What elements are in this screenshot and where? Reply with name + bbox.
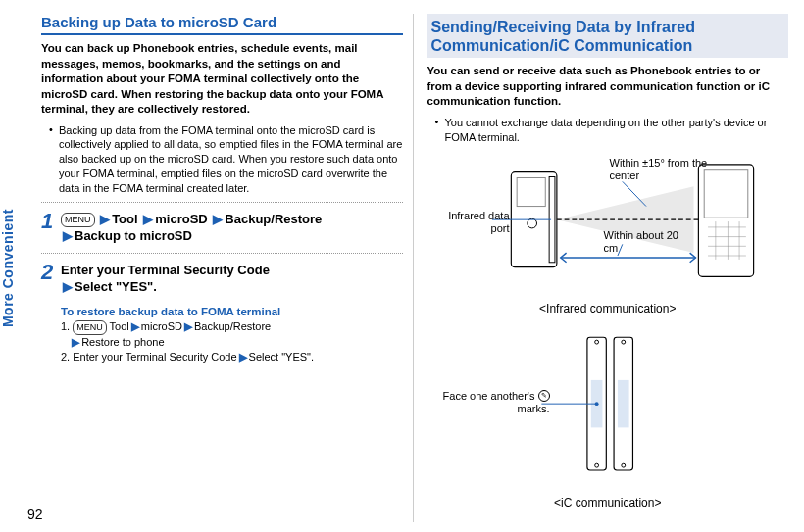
arrow-icon: ▶ <box>141 212 155 226</box>
step1-tool: Tool <box>112 212 137 226</box>
r1-target: Restore to phone <box>81 336 164 348</box>
arrow-icon: ▶ <box>61 228 75 243</box>
label-face-post: marks. <box>518 403 550 414</box>
menu-key-icon: MENU <box>73 320 107 335</box>
infrared-diagram: Infrared data port Within ±15° from the … <box>427 151 789 298</box>
label-angle: Within ±15° from the center <box>610 157 708 184</box>
infrared-caption: <Infrared communication> <box>427 302 789 315</box>
arrow-icon: ▶ <box>211 212 225 226</box>
right-bullet-1: You cannot exchange data depending on th… <box>445 116 789 145</box>
svg-rect-2 <box>517 177 545 206</box>
arrow-icon: ▶ <box>98 212 112 226</box>
felica-mark-icon: ✎ <box>538 390 550 402</box>
label-distance: Within about 20 cm <box>604 229 682 257</box>
left-column: Backing up Data to microSD Card You can … <box>35 14 414 522</box>
side-tab-label: More Convenient <box>0 209 35 327</box>
step1-br: Backup/Restore <box>225 212 322 226</box>
step2-line1: Enter your Terminal Security Code <box>61 263 270 277</box>
r2-line: 2. Enter your Terminal Security Code <box>61 351 237 363</box>
step-number-2: 2 <box>41 262 61 296</box>
svg-rect-22 <box>617 380 628 427</box>
r1-microsd: microSD <box>141 320 182 332</box>
bullet-dot: • <box>49 123 59 196</box>
left-title: Backing up Data to microSD Card <box>41 14 403 35</box>
divider <box>41 202 403 203</box>
r1-tool: Tool <box>110 320 129 332</box>
menu-key-icon: MENU <box>61 213 95 227</box>
r1-leading: 1. <box>61 320 70 332</box>
divider <box>41 253 403 254</box>
label-ir-port: Infrared data port <box>427 210 510 237</box>
arrow-icon: ▶ <box>61 279 75 294</box>
step-2: 2 Enter your Terminal Security Code ▶Sel… <box>41 262 403 296</box>
arrow-icon: ▶ <box>237 351 249 363</box>
r1-br: Backup/Restore <box>194 320 271 332</box>
ic-caption: <iC communication> <box>427 496 789 509</box>
arrow-icon: ▶ <box>182 320 194 332</box>
step-number-1: 1 <box>41 211 61 245</box>
svg-rect-5 <box>704 169 748 217</box>
page-number: 92 <box>27 507 43 522</box>
left-intro: You can back up Phonebook entries, sched… <box>41 41 403 118</box>
label-face-marks: Face one another's ✎ marks. <box>437 390 550 417</box>
right-column: Sending/Receiving Data by Infrared Commu… <box>422 14 795 522</box>
step2-line2: Select "YES". <box>75 279 157 294</box>
bullet-dot: • <box>435 116 445 145</box>
label-face-pre: Face one another's <box>443 390 538 402</box>
right-intro: You can send or receive data such as Pho… <box>427 64 789 110</box>
restore-steps: 1. MENU Tool▶microSD▶Backup/Restore ▶Res… <box>61 319 403 364</box>
step-1: 1 MENU ▶Tool ▶microSD ▶Backup/Restore ▶B… <box>41 211 403 245</box>
step1-microsd: microSD <box>155 212 207 226</box>
ic-diagram: Face one another's ✎ marks. <box>427 325 789 492</box>
arrow-icon: ▶ <box>70 336 81 348</box>
arrow-icon: ▶ <box>129 320 141 332</box>
left-bullet-1: Backing up data from the FOMA terminal o… <box>59 123 403 196</box>
right-title: Sending/Receiving Data by Infrared Commu… <box>427 14 789 58</box>
step1-target: Backup to microSD <box>75 228 192 243</box>
restore-subtitle: To restore backup data to FOMA terminal <box>61 306 403 317</box>
svg-point-24 <box>594 402 598 406</box>
r2-select: Select "YES". <box>249 351 315 363</box>
